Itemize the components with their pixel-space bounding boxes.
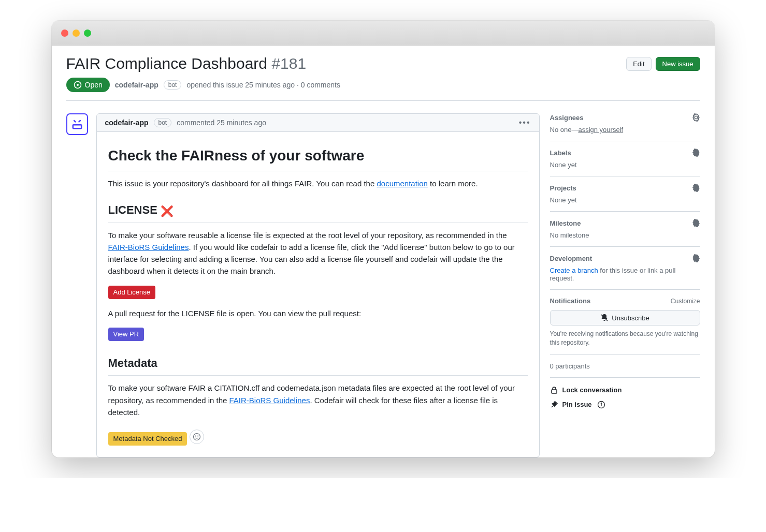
- comment-menu-button[interactable]: •••: [519, 118, 531, 127]
- create-branch-link[interactable]: Create a branch: [550, 267, 598, 274]
- comment-header: codefair-app bot commented 25 minutes ag…: [97, 114, 539, 132]
- gear-icon[interactable]: [692, 219, 700, 227]
- projects-title: Projects: [550, 184, 576, 192]
- gear-icon[interactable]: [692, 149, 700, 157]
- svg-rect-7: [552, 390, 557, 393]
- customize-link[interactable]: Customize: [671, 298, 700, 305]
- milestone-title: Milestone: [550, 219, 581, 227]
- edit-button[interactable]: Edit: [626, 57, 651, 71]
- issue-open-icon: [74, 81, 82, 89]
- svg-point-5: [197, 436, 198, 436]
- participants-count: 0 participants: [550, 362, 700, 370]
- documentation-link[interactable]: documentation: [377, 179, 427, 188]
- fair-biors-link-2[interactable]: FAIR-BioRS Guidelines: [229, 396, 310, 405]
- labels-value: None yet: [550, 161, 700, 169]
- svg-rect-2: [73, 125, 81, 128]
- assignees-value: No one—assign yourself: [550, 126, 700, 134]
- smiley-icon: [193, 433, 201, 441]
- header-buttons: Edit New issue: [626, 57, 700, 71]
- projects-value: None yet: [550, 196, 700, 204]
- participants-section: 0 participants: [550, 355, 700, 378]
- issue-number: #181: [271, 55, 306, 72]
- pr-text: A pull request for the LICENSE file is o…: [108, 307, 528, 319]
- issue-title-text: FAIR Compliance Dashboard: [66, 55, 268, 72]
- bot-badge: bot: [164, 80, 182, 90]
- assign-yourself-link[interactable]: assign yourself: [578, 126, 623, 134]
- robot-icon: [70, 117, 84, 131]
- svg-point-3: [193, 434, 200, 440]
- development-text: Create a branch for this issue or link a…: [550, 267, 700, 282]
- development-title: Development: [550, 255, 592, 262]
- browser-window: FAIR Compliance Dashboard #181 Edit New …: [52, 21, 715, 457]
- window-zoom-button[interactable]: [84, 29, 91, 37]
- issue-layout: codefair-app bot commented 25 minutes ag…: [66, 113, 700, 457]
- milestone-section: Milestone No milestone: [550, 212, 700, 247]
- fair-biors-link[interactable]: FAIR-BioRS Guidelines: [108, 243, 189, 252]
- svg-point-1: [77, 84, 79, 86]
- page-content: FAIR Compliance Dashboard #181 Edit New …: [52, 46, 715, 457]
- state-label: Open: [85, 81, 103, 89]
- svg-point-4: [195, 436, 196, 436]
- avatar[interactable]: [66, 113, 88, 135]
- issue-meta-row: Open codefair-app bot opened this issue …: [66, 78, 700, 101]
- window-titlebar: [52, 21, 715, 46]
- assignees-title: Assignees: [550, 114, 584, 122]
- projects-section: Projects None yet: [550, 176, 700, 212]
- license-paragraph: To make your software reusable a license…: [108, 229, 528, 277]
- notifications-title: Notifications: [550, 297, 591, 305]
- metadata-not-checked-badge: Metadata Not Checked: [108, 432, 187, 446]
- notifications-section: Notifications Customize Unsubscribe You'…: [550, 290, 700, 355]
- window-close-button[interactable]: [61, 29, 68, 37]
- metadata-paragraph: To make your software FAIR a CITATION.cf…: [108, 382, 528, 418]
- pin-issue-button[interactable]: Pin issue: [550, 397, 700, 412]
- view-pr-button[interactable]: View PR: [108, 328, 144, 341]
- intro-paragraph: This issue is your repository's dashboar…: [108, 178, 528, 189]
- info-icon: [597, 401, 605, 409]
- assignees-section: Assignees No one—assign yourself: [550, 113, 700, 141]
- add-license-button[interactable]: Add License: [108, 286, 156, 299]
- pin-icon: [550, 401, 558, 409]
- lock-icon: [550, 386, 558, 394]
- issue-actions: Lock conversation Pin issue: [550, 378, 700, 417]
- svg-point-10: [601, 403, 601, 403]
- comment-box: codefair-app bot commented 25 minutes ag…: [96, 113, 540, 457]
- gear-icon[interactable]: [692, 254, 700, 262]
- comment-time: commented 25 minutes ago: [177, 119, 266, 127]
- milestone-value: No milestone: [550, 231, 700, 239]
- bell-slash-icon: [600, 314, 609, 322]
- comment-author[interactable]: codefair-app: [105, 119, 149, 127]
- state-badge-open: Open: [66, 78, 110, 92]
- notifications-desc: You're receiving notifications because y…: [550, 330, 700, 347]
- lock-conversation-button[interactable]: Lock conversation: [550, 383, 700, 397]
- issue-title: FAIR Compliance Dashboard #181: [66, 55, 307, 72]
- comment-h1: Check the FAIRness of your software: [108, 144, 528, 171]
- gear-icon[interactable]: [692, 184, 700, 192]
- cross-mark-icon: ❌: [161, 205, 174, 217]
- issue-opened-text: opened this issue 25 minutes ago · 0 com…: [186, 81, 340, 89]
- comment-body: Check the FAIRness of your software This…: [97, 132, 539, 457]
- main-column: codefair-app bot commented 25 minutes ag…: [66, 113, 540, 457]
- issue-author[interactable]: codefair-app: [115, 81, 158, 89]
- add-reaction-button[interactable]: [190, 430, 204, 444]
- labels-section: Labels None yet: [550, 141, 700, 176]
- development-section: Development Create a branch for this iss…: [550, 247, 700, 290]
- window-minimize-button[interactable]: [73, 29, 80, 37]
- metadata-heading: Metadata: [108, 354, 528, 376]
- gear-icon[interactable]: [692, 113, 700, 122]
- sidebar: Assignees No one—assign yourself Labels …: [550, 113, 700, 417]
- comment-bot-badge: bot: [154, 118, 172, 127]
- new-issue-button[interactable]: New issue: [656, 57, 700, 71]
- issue-header: FAIR Compliance Dashboard #181 Edit New …: [66, 55, 700, 72]
- labels-title: Labels: [550, 149, 571, 157]
- unsubscribe-button[interactable]: Unsubscribe: [550, 310, 700, 326]
- license-heading: LICENSE ❌: [108, 201, 528, 223]
